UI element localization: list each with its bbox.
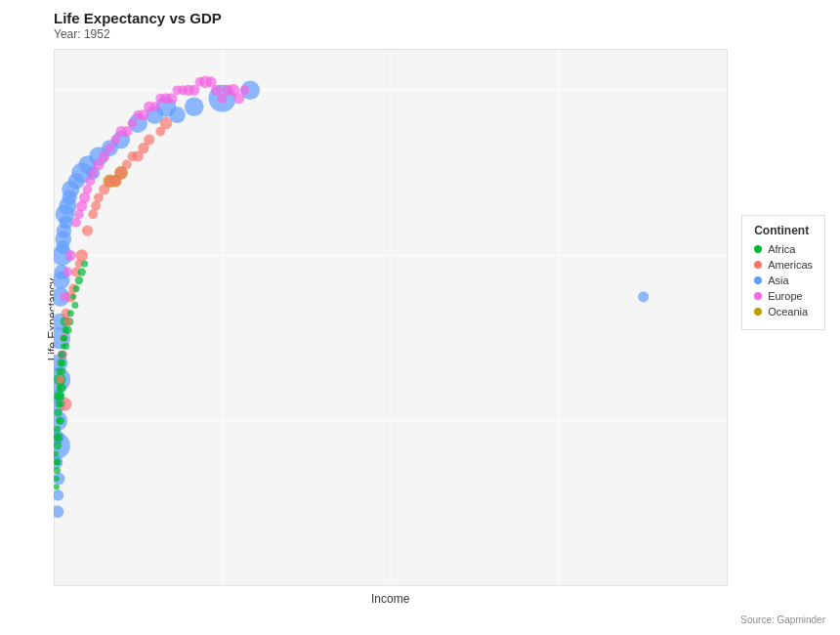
svg-point-131 — [54, 408, 62, 416]
svg-point-112 — [155, 94, 165, 104]
x-axis-label: Income — [371, 592, 409, 606]
svg-point-167 — [55, 435, 61, 441]
svg-point-117 — [150, 102, 160, 111]
svg-point-123 — [240, 85, 250, 95]
svg-point-44 — [68, 173, 85, 190]
svg-point-121 — [61, 292, 70, 302]
svg-point-114 — [83, 185, 93, 194]
legend-item-oceania: Oceania — [754, 306, 813, 318]
svg-point-163 — [56, 418, 62, 424]
chart-container: Life Expectancy vs GDP Year: 1952 Source… — [0, 0, 840, 635]
svg-point-151 — [57, 384, 63, 391]
svg-point-107 — [155, 127, 165, 137]
svg-point-119 — [195, 77, 205, 87]
svg-point-115 — [105, 144, 115, 153]
svg-point-124 — [74, 209, 84, 219]
legend: Continent AfricaAmericasAsiaEuropeOceani… — [741, 215, 825, 330]
svg-point-154 — [54, 467, 61, 474]
svg-point-129 — [54, 442, 62, 449]
legend-item-asia: Asia — [754, 275, 813, 286]
legend-title: Continent — [754, 224, 813, 237]
svg-point-135 — [78, 268, 86, 275]
legend-item-africa: Africa — [754, 243, 813, 255]
svg-point-149 — [67, 310, 74, 317]
svg-point-162 — [70, 294, 76, 300]
svg-point-120 — [71, 218, 81, 228]
svg-point-60 — [75, 249, 88, 262]
svg-point-159 — [54, 476, 60, 482]
chart-subtitle: Year: 1952 — [54, 27, 110, 41]
svg-point-106 — [128, 151, 138, 161]
svg-point-99 — [88, 209, 98, 219]
svg-point-76 — [144, 134, 154, 145]
svg-point-150 — [55, 459, 62, 466]
svg-point-32 — [185, 97, 204, 116]
svg-point-105 — [91, 201, 101, 211]
svg-point-158 — [81, 261, 88, 268]
svg-point-110 — [110, 135, 120, 145]
svg-point-109 — [88, 168, 98, 178]
svg-point-55 — [60, 216, 73, 230]
svg-point-133 — [75, 276, 83, 284]
svg-point-139 — [57, 375, 64, 383]
plot-area: 030,00060,00090,000120,00020406080 — [54, 49, 728, 586]
svg-point-148 — [59, 352, 65, 359]
scatter-plot: 030,00060,00090,000120,00020406080 — [54, 49, 728, 586]
svg-point-72 — [82, 226, 93, 236]
legend-item-americas: Americas — [754, 259, 813, 271]
svg-point-116 — [128, 118, 138, 128]
svg-point-77 — [638, 291, 649, 302]
svg-point-136 — [63, 318, 71, 325]
svg-point-147 — [56, 368, 63, 375]
svg-point-91 — [65, 250, 76, 261]
svg-point-126 — [63, 268, 72, 277]
svg-point-161 — [58, 393, 63, 399]
svg-point-125 — [85, 176, 95, 186]
svg-point-152 — [59, 360, 65, 366]
svg-point-50 — [62, 190, 76, 205]
svg-point-156 — [63, 326, 69, 333]
svg-point-146 — [54, 426, 61, 433]
svg-point-111 — [133, 110, 143, 120]
svg-point-164 — [58, 402, 63, 407]
legend-item-europe: Europe — [754, 290, 813, 302]
chart-title: Life Expectancy vs GDP — [54, 10, 222, 26]
svg-point-102 — [94, 192, 104, 202]
svg-point-157 — [73, 285, 80, 292]
svg-point-153 — [71, 302, 78, 309]
svg-point-103 — [122, 160, 132, 170]
svg-point-122 — [218, 94, 228, 104]
svg-point-168 — [62, 335, 67, 341]
source-text: Source: Gapminder — [740, 614, 825, 625]
svg-point-166 — [54, 484, 60, 489]
svg-point-165 — [61, 344, 66, 350]
svg-point-118 — [173, 85, 183, 95]
svg-point-75 — [105, 176, 115, 187]
